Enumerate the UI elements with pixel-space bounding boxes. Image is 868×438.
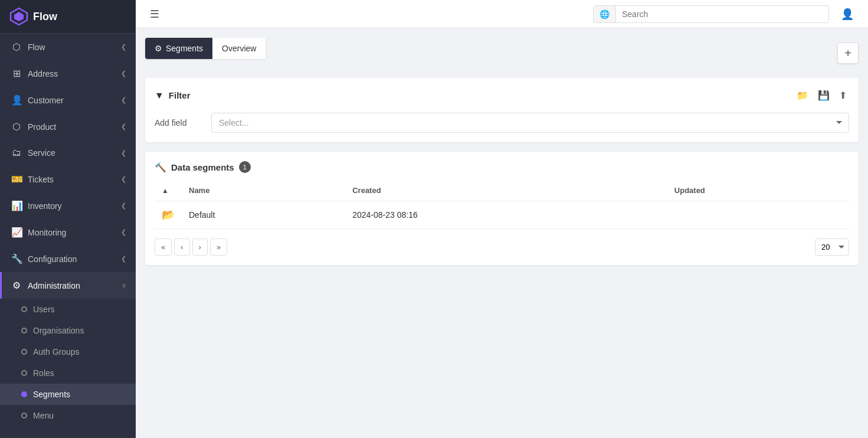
sidebar-subitem-users[interactable]: Users bbox=[0, 299, 136, 320]
sidebar-item-tickets[interactable]: 🎫 Tickets ❮ bbox=[0, 166, 136, 192]
row-name: Default bbox=[182, 201, 345, 229]
sidebar-subitem-label: Roles bbox=[33, 368, 54, 378]
monitoring-icon: 📈 bbox=[11, 227, 22, 238]
filter-save-button[interactable]: 💾 bbox=[815, 87, 832, 103]
th-name[interactable]: Name bbox=[182, 180, 345, 201]
wrench-icon: 🔨 bbox=[155, 162, 166, 173]
column-updated-label: Updated bbox=[674, 186, 705, 195]
segments-table: ▲ Name Created Updated bbox=[155, 180, 849, 229]
inventory-icon: 📊 bbox=[11, 200, 22, 211]
table-row[interactable]: 📂 Default 2024-08-23 08:16 bbox=[155, 201, 849, 229]
sidebar-item-monitoring[interactable]: 📈 Monitoring ❮ bbox=[0, 219, 136, 246]
add-button[interactable]: + bbox=[837, 43, 859, 64]
main-area: ☰ 🌐 👤 ⚙ Segments Overview bbox=[136, 0, 868, 438]
sub-dot-icon bbox=[21, 370, 27, 376]
sidebar-subitem-label: Organisations bbox=[33, 326, 84, 335]
sidebar-subitem-label: Segments bbox=[33, 390, 70, 399]
globe-button[interactable]: 🌐 bbox=[594, 6, 616, 22]
chevron-icon: ❮ bbox=[121, 175, 126, 183]
sidebar-item-inventory[interactable]: 📊 Inventory ❮ bbox=[0, 192, 136, 219]
sidebar-subitem-roles[interactable]: Roles bbox=[0, 362, 136, 384]
tickets-icon: 🎫 bbox=[11, 174, 22, 185]
th-updated[interactable]: Updated bbox=[667, 180, 849, 201]
segments-title: Data segments bbox=[171, 162, 234, 172]
content-area: ⚙ Segments Overview + ▼ Filter bbox=[136, 28, 868, 438]
field-select[interactable]: Select... bbox=[211, 113, 849, 133]
filter-header: ▼ Filter 📁 💾 ⬆ bbox=[155, 87, 849, 103]
section-header: 🔨 Data segments 1 bbox=[155, 161, 849, 173]
tab-segments[interactable]: ⚙ Segments bbox=[145, 38, 212, 59]
sidebar-item-configuration[interactable]: 🔧 Configuration ❮ bbox=[0, 246, 136, 272]
row-folder-icon: 📂 bbox=[155, 201, 182, 229]
pagination-last-button[interactable]: » bbox=[210, 238, 227, 256]
sidebar: Flow ⬡ Flow ❮ ⊞ Address ❮ 👤 Customer ❮ ⬡… bbox=[0, 0, 136, 438]
sidebar-item-administration[interactable]: ⚙ Administration ∨ bbox=[0, 272, 136, 299]
pagination-buttons: « ‹ › » bbox=[155, 238, 227, 256]
search-area: 🌐 bbox=[593, 5, 829, 23]
pagination-first-button[interactable]: « bbox=[155, 238, 172, 256]
filter-load-button[interactable]: 📁 bbox=[794, 87, 811, 103]
save-icon: 💾 bbox=[818, 90, 830, 100]
folder-open-icon: 📁 bbox=[797, 90, 808, 100]
sub-dot-icon bbox=[21, 349, 27, 355]
tab-overview[interactable]: Overview bbox=[212, 38, 266, 59]
per-page-select[interactable]: 20 50 100 bbox=[815, 238, 849, 256]
sub-dot-icon bbox=[21, 413, 27, 419]
plus-icon: + bbox=[844, 47, 851, 60]
folder-icon: 📂 bbox=[162, 209, 175, 221]
topbar: ☰ 🌐 👤 bbox=[136, 0, 868, 28]
sidebar-item-service[interactable]: 🗂 Service ❮ bbox=[0, 140, 136, 166]
product-icon: ⬡ bbox=[11, 121, 22, 132]
filter-title: ▼ Filter bbox=[155, 90, 191, 101]
sidebar-item-product[interactable]: ⬡ Product ❮ bbox=[0, 113, 136, 140]
chevron-icon: ❮ bbox=[121, 43, 126, 51]
sub-dot-icon bbox=[21, 306, 27, 312]
data-segments-panel: 🔨 Data segments 1 ▲ Name Created bbox=[145, 152, 859, 265]
table-header: ▲ Name Created Updated bbox=[155, 180, 849, 201]
address-icon: ⊞ bbox=[11, 68, 22, 79]
customer-icon: 👤 bbox=[11, 94, 22, 106]
pagination-next-button[interactable]: › bbox=[192, 238, 208, 256]
chevron-icon: ❮ bbox=[121, 255, 126, 263]
th-created[interactable]: Created bbox=[345, 180, 667, 201]
globe-icon: 🌐 bbox=[600, 9, 610, 19]
sidebar-subitem-organisations[interactable]: Organisations bbox=[0, 320, 136, 341]
menu-toggle-button[interactable]: ☰ bbox=[145, 5, 164, 23]
segments-count-badge: 1 bbox=[239, 161, 251, 173]
configuration-icon: 🔧 bbox=[11, 253, 22, 264]
sidebar-subitem-auth-groups[interactable]: Auth Groups bbox=[0, 341, 136, 362]
filter-icon: ▼ bbox=[155, 90, 164, 101]
filter-upload-button[interactable]: ⬆ bbox=[837, 87, 849, 103]
segments-count: 1 bbox=[243, 164, 247, 171]
chevron-down-icon: ∨ bbox=[122, 282, 126, 289]
sidebar-subitem-menu[interactable]: Menu bbox=[0, 405, 136, 426]
filter-panel: ▼ Filter 📁 💾 ⬆ Add field bbox=[145, 78, 859, 142]
user-icon: 👤 bbox=[841, 8, 854, 20]
sub-dot-icon bbox=[21, 328, 27, 334]
page-tabs: ⚙ Segments Overview bbox=[145, 38, 266, 59]
tab-active-label: Segments bbox=[166, 44, 203, 53]
app-logo[interactable]: Flow bbox=[0, 0, 136, 34]
sub-dot-active-icon bbox=[21, 391, 27, 397]
sidebar-item-flow[interactable]: ⬡ Flow ❮ bbox=[0, 34, 136, 60]
sidebar-subitem-label: Auth Groups bbox=[33, 347, 80, 357]
table-header-row: ▲ Name Created Updated bbox=[155, 180, 849, 201]
sidebar-subitem-segments[interactable]: Segments bbox=[0, 384, 136, 405]
hamburger-icon: ☰ bbox=[150, 8, 159, 20]
th-sort: ▲ bbox=[155, 180, 182, 201]
chevron-icon: ❮ bbox=[121, 123, 126, 130]
search-input[interactable] bbox=[616, 6, 828, 22]
pagination-prev-button[interactable]: ‹ bbox=[174, 238, 189, 256]
user-avatar-button[interactable]: 👤 bbox=[836, 5, 859, 23]
filter-title-label: Filter bbox=[169, 90, 191, 100]
column-created-label: Created bbox=[352, 186, 381, 195]
add-field-label: Add field bbox=[155, 118, 202, 128]
sidebar-subitem-label: Menu bbox=[33, 411, 54, 420]
upload-icon: ⬆ bbox=[839, 90, 847, 100]
flow-icon: ⬡ bbox=[11, 41, 22, 53]
sidebar-item-customer[interactable]: 👤 Customer ❮ bbox=[0, 87, 136, 113]
administration-icon: ⚙ bbox=[11, 280, 22, 291]
sidebar-item-address[interactable]: ⊞ Address ❮ bbox=[0, 60, 136, 87]
service-icon: 🗂 bbox=[11, 148, 22, 158]
svg-marker-1 bbox=[14, 12, 24, 21]
